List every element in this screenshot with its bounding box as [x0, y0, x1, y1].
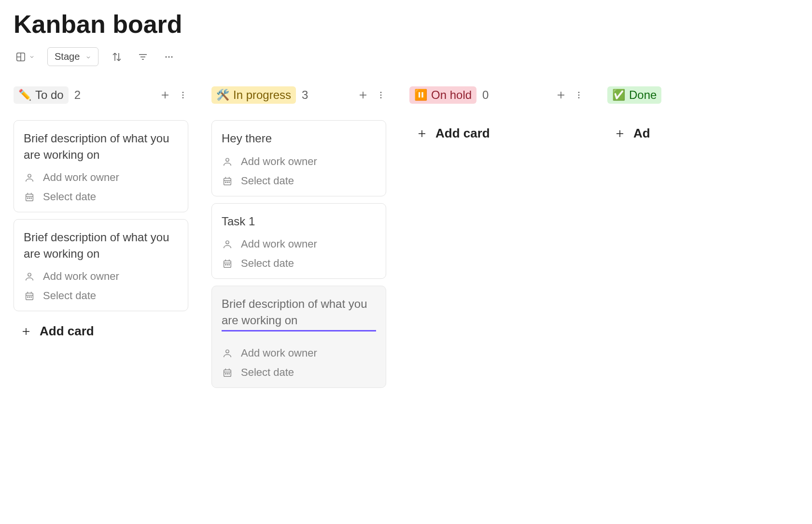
- plus-icon: [416, 128, 428, 139]
- svg-point-43: [227, 182, 227, 182]
- card-title[interactable]: Brief description of what you are workin…: [222, 296, 376, 331]
- column-emoji-icon: ⏸️: [414, 89, 427, 101]
- chevron-down-icon: [29, 54, 35, 60]
- column-more-button[interactable]: [574, 90, 584, 100]
- kanban-column: ✅DoneAd: [607, 86, 665, 147]
- column-emoji-icon: ✅: [612, 89, 625, 101]
- kanban-column: 🛠️In progress3Hey thereAdd work ownerSel…: [211, 86, 386, 395]
- select-date-label: Select date: [241, 366, 294, 379]
- grouping-label: Stage: [55, 51, 80, 62]
- add-owner-button[interactable]: Add work owner: [222, 155, 376, 168]
- add-owner-button[interactable]: Add work owner: [222, 347, 376, 359]
- card-title: Brief description of what you are workin…: [24, 229, 178, 262]
- svg-point-58: [225, 373, 226, 374]
- card-title: Task 1: [222, 213, 376, 230]
- kanban-card[interactable]: Task 1Add work ownerSelect date: [211, 203, 386, 279]
- person-icon: [222, 156, 233, 167]
- column-emoji-icon: ✏️: [18, 89, 31, 101]
- column-label[interactable]: ✏️To do: [14, 86, 69, 104]
- grouping-dropdown[interactable]: Stage: [47, 47, 98, 66]
- person-icon: [24, 172, 35, 183]
- add-card-button[interactable]: Add card: [14, 318, 188, 345]
- svg-point-14: [28, 174, 31, 177]
- chevron-down-icon: [85, 55, 91, 60]
- kanban-card[interactable]: Brief description of what you are workin…: [14, 120, 188, 212]
- calendar-icon: [222, 367, 233, 378]
- card-title: Hey there: [222, 130, 376, 147]
- column-count: 2: [74, 88, 81, 102]
- add-owner-button[interactable]: Add work owner: [24, 171, 178, 184]
- sort-icon: [111, 51, 123, 63]
- svg-point-6: [165, 56, 167, 57]
- kanban-column: ✏️To do2Brief description of what you ar…: [14, 86, 188, 345]
- plus-icon: [20, 326, 32, 337]
- add-owner-label: Add work owner: [43, 171, 119, 184]
- column-label[interactable]: ✅Done: [607, 86, 661, 104]
- column-more-button[interactable]: [376, 90, 386, 100]
- svg-point-11: [182, 92, 184, 93]
- board-icon: [15, 52, 26, 62]
- svg-point-63: [578, 92, 580, 93]
- column-label[interactable]: 🛠️In progress: [211, 86, 296, 104]
- column-header: ✏️To do2: [14, 86, 188, 104]
- select-date-button[interactable]: Select date: [222, 366, 376, 379]
- column-name: Done: [629, 88, 657, 102]
- column-header: ⏸️On hold0: [409, 86, 584, 104]
- select-date-button[interactable]: Select date: [24, 290, 178, 302]
- add-card-button[interactable]: Add card: [409, 120, 584, 147]
- svg-point-36: [380, 97, 382, 98]
- filter-icon: [137, 51, 149, 63]
- column-more-button[interactable]: [178, 90, 188, 100]
- calendar-icon: [24, 290, 35, 301]
- svg-point-21: [31, 198, 31, 198]
- svg-point-50: [225, 264, 226, 265]
- svg-point-7: [168, 56, 169, 57]
- svg-point-29: [31, 297, 31, 297]
- person-icon: [24, 271, 35, 282]
- select-date-button[interactable]: Select date: [24, 191, 178, 203]
- view-switch-button[interactable]: [14, 49, 37, 65]
- kanban-card[interactable]: Brief description of what you are workin…: [211, 286, 386, 388]
- sort-button[interactable]: [109, 48, 125, 66]
- select-date-button[interactable]: Select date: [222, 257, 376, 270]
- column-name: In progress: [233, 88, 291, 102]
- add-owner-button[interactable]: Add work owner: [222, 238, 376, 250]
- select-date-button[interactable]: Select date: [222, 175, 376, 187]
- select-date-label: Select date: [43, 191, 96, 203]
- select-date-label: Select date: [43, 290, 96, 302]
- svg-point-60: [229, 373, 229, 374]
- column-add-button[interactable]: [357, 89, 369, 101]
- svg-point-19: [28, 198, 28, 198]
- person-icon: [222, 239, 233, 249]
- column-emoji-icon: 🛠️: [216, 89, 229, 101]
- svg-point-51: [227, 264, 227, 265]
- calendar-icon: [24, 192, 35, 202]
- svg-point-34: [380, 92, 382, 93]
- column-add-button[interactable]: [555, 89, 567, 101]
- svg-point-12: [182, 95, 184, 96]
- svg-point-52: [229, 264, 229, 265]
- add-owner-label: Add work owner: [241, 238, 317, 250]
- column-name: To do: [35, 88, 64, 102]
- add-owner-button[interactable]: Add work owner: [24, 270, 178, 283]
- svg-point-59: [227, 373, 227, 374]
- add-card-label: Add card: [40, 324, 94, 339]
- column-count: 3: [302, 88, 308, 102]
- svg-point-64: [578, 95, 580, 96]
- column-label[interactable]: ⏸️On hold: [409, 86, 476, 104]
- more-button[interactable]: [161, 48, 177, 66]
- svg-point-42: [225, 182, 226, 182]
- filter-button[interactable]: [135, 48, 151, 66]
- kanban-card[interactable]: Brief description of what you are workin…: [14, 219, 188, 311]
- select-date-label: Select date: [241, 257, 294, 270]
- kanban-card[interactable]: Hey thereAdd work ownerSelect date: [211, 120, 386, 196]
- column-add-button[interactable]: [159, 89, 171, 101]
- svg-point-8: [171, 56, 172, 57]
- column-count: 0: [482, 88, 489, 102]
- page-title: Kanban board: [14, 10, 798, 39]
- svg-point-27: [28, 297, 28, 297]
- add-card-button[interactable]: Ad: [607, 120, 665, 147]
- kanban-column: ⏸️On hold0Add card: [409, 86, 584, 147]
- column-header: ✅Done: [607, 86, 665, 104]
- kanban-board: ✏️To do2Brief description of what you ar…: [14, 86, 798, 395]
